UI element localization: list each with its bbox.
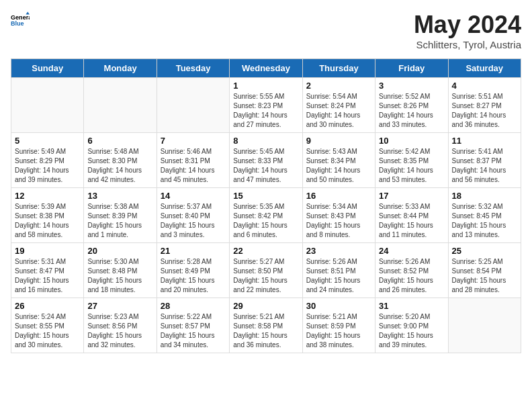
calendar-cell: 7Sunrise: 5:46 AM Sunset: 8:31 PM Daylig…: [157, 133, 229, 188]
calendar-cell: 25Sunrise: 5:25 AM Sunset: 8:54 PM Dayli…: [448, 243, 521, 298]
calendar-cell: 28Sunrise: 5:22 AM Sunset: 8:57 PM Dayli…: [157, 298, 229, 353]
day-number: 27: [87, 301, 152, 311]
calendar-cell: 15Sunrise: 5:35 AM Sunset: 8:42 PM Dayli…: [230, 188, 302, 243]
day-number: 8: [233, 136, 298, 146]
day-number: 15: [233, 191, 298, 201]
calendar-cell: 31Sunrise: 5:20 AM Sunset: 9:00 PM Dayli…: [375, 298, 448, 353]
day-number: 9: [306, 136, 371, 146]
day-info: Sunrise: 5:25 AM Sunset: 8:54 PM Dayligh…: [452, 257, 517, 295]
calendar-cell: 19Sunrise: 5:31 AM Sunset: 8:47 PM Dayli…: [11, 243, 84, 298]
calendar-cell: 13Sunrise: 5:38 AM Sunset: 8:39 PM Dayli…: [84, 188, 157, 243]
day-number: 23: [306, 246, 371, 256]
day-number: 28: [161, 301, 226, 311]
calendar-cell: 23Sunrise: 5:26 AM Sunset: 8:51 PM Dayli…: [302, 243, 375, 298]
calendar-cell: 29Sunrise: 5:21 AM Sunset: 8:58 PM Dayli…: [230, 298, 302, 353]
calendar-cell: 24Sunrise: 5:26 AM Sunset: 8:52 PM Dayli…: [375, 243, 448, 298]
header-thursday: Thursday: [302, 59, 375, 78]
calendar-week-3: 19Sunrise: 5:31 AM Sunset: 8:47 PM Dayli…: [11, 243, 521, 298]
day-info: Sunrise: 5:48 AM Sunset: 8:30 PM Dayligh…: [87, 147, 152, 185]
calendar-cell: 11Sunrise: 5:41 AM Sunset: 8:37 PM Dayli…: [448, 133, 521, 188]
calendar-cell: 30Sunrise: 5:21 AM Sunset: 8:59 PM Dayli…: [302, 298, 375, 353]
day-info: Sunrise: 5:21 AM Sunset: 8:59 PM Dayligh…: [306, 312, 371, 350]
calendar-cell: 2Sunrise: 5:54 AM Sunset: 8:24 PM Daylig…: [302, 78, 375, 133]
calendar-cell: 12Sunrise: 5:39 AM Sunset: 8:38 PM Dayli…: [11, 188, 84, 243]
day-info: Sunrise: 5:26 AM Sunset: 8:51 PM Dayligh…: [306, 257, 371, 295]
day-info: Sunrise: 5:49 AM Sunset: 8:29 PM Dayligh…: [15, 147, 80, 185]
location: Schlitters, Tyrol, Austria: [414, 39, 521, 50]
calendar-cell: 27Sunrise: 5:23 AM Sunset: 8:56 PM Dayli…: [84, 298, 157, 353]
day-info: Sunrise: 5:55 AM Sunset: 8:23 PM Dayligh…: [233, 92, 298, 130]
svg-marker-2: [26, 11, 30, 14]
calendar-cell: [11, 78, 84, 133]
day-number: 10: [379, 136, 444, 146]
day-number: 2: [306, 81, 371, 91]
day-info: Sunrise: 5:42 AM Sunset: 8:35 PM Dayligh…: [379, 147, 444, 185]
day-number: 11: [452, 136, 517, 146]
day-number: 26: [15, 301, 80, 311]
day-number: 4: [452, 81, 517, 91]
calendar-cell: [84, 78, 157, 133]
logo: General Blue: [11, 11, 30, 30]
calendar-header-row: SundayMondayTuesdayWednesdayThursdayFrid…: [11, 59, 521, 78]
calendar-cell: 22Sunrise: 5:27 AM Sunset: 8:50 PM Dayli…: [230, 243, 302, 298]
day-info: Sunrise: 5:24 AM Sunset: 8:55 PM Dayligh…: [15, 312, 80, 350]
calendar-cell: 18Sunrise: 5:32 AM Sunset: 8:45 PM Dayli…: [448, 188, 521, 243]
day-info: Sunrise: 5:26 AM Sunset: 8:52 PM Dayligh…: [379, 257, 444, 295]
calendar-cell: 5Sunrise: 5:49 AM Sunset: 8:29 PM Daylig…: [11, 133, 84, 188]
logo-icon: General Blue: [11, 11, 30, 30]
month-title: May 2024: [414, 11, 521, 39]
day-number: 7: [161, 136, 226, 146]
title-block: May 2024 Schlitters, Tyrol, Austria: [414, 11, 521, 50]
day-info: Sunrise: 5:23 AM Sunset: 8:56 PM Dayligh…: [87, 312, 152, 350]
day-number: 19: [15, 246, 80, 256]
calendar-cell: 8Sunrise: 5:45 AM Sunset: 8:33 PM Daylig…: [230, 133, 302, 188]
calendar-week-0: 1Sunrise: 5:55 AM Sunset: 8:23 PM Daylig…: [11, 78, 521, 133]
day-number: 5: [15, 136, 80, 146]
day-info: Sunrise: 5:20 AM Sunset: 9:00 PM Dayligh…: [379, 312, 444, 350]
header-friday: Friday: [375, 59, 448, 78]
day-info: Sunrise: 5:45 AM Sunset: 8:33 PM Dayligh…: [233, 147, 298, 185]
svg-text:Blue: Blue: [11, 20, 24, 27]
page-header: General Blue May 2024 Schlitters, Tyrol,…: [11, 11, 521, 50]
calendar-cell: 3Sunrise: 5:52 AM Sunset: 8:26 PM Daylig…: [375, 78, 448, 133]
svg-text:General: General: [11, 14, 30, 21]
header-sunday: Sunday: [11, 59, 84, 78]
calendar-cell: 21Sunrise: 5:28 AM Sunset: 8:49 PM Dayli…: [157, 243, 229, 298]
day-number: 20: [87, 246, 152, 256]
day-number: 17: [379, 191, 444, 201]
header-wednesday: Wednesday: [230, 59, 302, 78]
day-number: 1: [233, 81, 298, 91]
day-number: 25: [452, 246, 517, 256]
day-info: Sunrise: 5:43 AM Sunset: 8:34 PM Dayligh…: [306, 147, 371, 185]
header-tuesday: Tuesday: [157, 59, 229, 78]
calendar-cell: 4Sunrise: 5:51 AM Sunset: 8:27 PM Daylig…: [448, 78, 521, 133]
day-info: Sunrise: 5:30 AM Sunset: 8:48 PM Dayligh…: [87, 257, 152, 295]
day-info: Sunrise: 5:41 AM Sunset: 8:37 PM Dayligh…: [452, 147, 517, 185]
day-number: 16: [306, 191, 371, 201]
day-info: Sunrise: 5:54 AM Sunset: 8:24 PM Dayligh…: [306, 92, 371, 130]
day-number: 30: [306, 301, 371, 311]
calendar-cell: 6Sunrise: 5:48 AM Sunset: 8:30 PM Daylig…: [84, 133, 157, 188]
calendar-cell: 14Sunrise: 5:37 AM Sunset: 8:40 PM Dayli…: [157, 188, 229, 243]
day-info: Sunrise: 5:38 AM Sunset: 8:39 PM Dayligh…: [87, 202, 152, 240]
calendar-table: SundayMondayTuesdayWednesdayThursdayFrid…: [11, 58, 521, 353]
calendar-cell: 10Sunrise: 5:42 AM Sunset: 8:35 PM Dayli…: [375, 133, 448, 188]
calendar-cell: 9Sunrise: 5:43 AM Sunset: 8:34 PM Daylig…: [302, 133, 375, 188]
calendar-cell: 1Sunrise: 5:55 AM Sunset: 8:23 PM Daylig…: [230, 78, 302, 133]
header-saturday: Saturday: [448, 59, 521, 78]
day-number: 12: [15, 191, 80, 201]
calendar-week-1: 5Sunrise: 5:49 AM Sunset: 8:29 PM Daylig…: [11, 133, 521, 188]
day-info: Sunrise: 5:46 AM Sunset: 8:31 PM Dayligh…: [161, 147, 226, 185]
header-monday: Monday: [84, 59, 157, 78]
day-number: 18: [452, 191, 517, 201]
day-info: Sunrise: 5:21 AM Sunset: 8:58 PM Dayligh…: [233, 312, 298, 350]
day-number: 14: [161, 191, 226, 201]
day-number: 21: [161, 246, 226, 256]
day-info: Sunrise: 5:37 AM Sunset: 8:40 PM Dayligh…: [161, 202, 226, 240]
calendar-cell: 16Sunrise: 5:34 AM Sunset: 8:43 PM Dayli…: [302, 188, 375, 243]
day-info: Sunrise: 5:22 AM Sunset: 8:57 PM Dayligh…: [161, 312, 226, 350]
day-info: Sunrise: 5:28 AM Sunset: 8:49 PM Dayligh…: [161, 257, 226, 295]
day-number: 3: [379, 81, 444, 91]
day-number: 24: [379, 246, 444, 256]
day-info: Sunrise: 5:33 AM Sunset: 8:44 PM Dayligh…: [379, 202, 444, 240]
